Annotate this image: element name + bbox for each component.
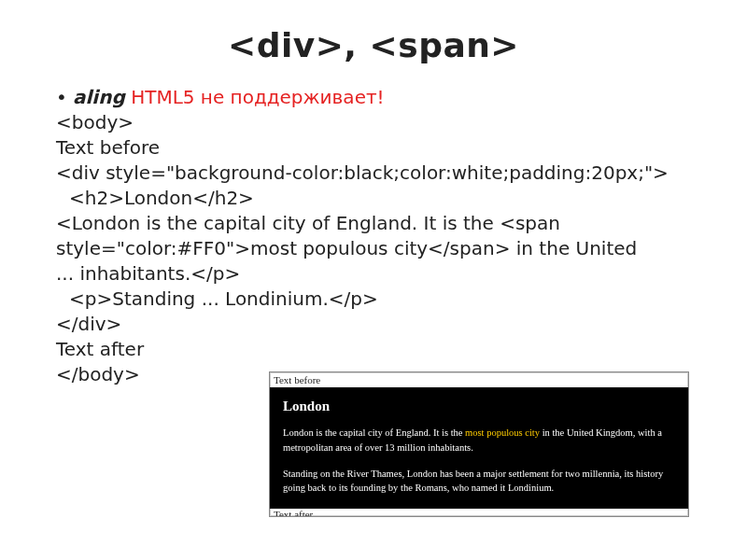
preview-paragraph-2: Standing on the River Thames, London has… <box>283 467 675 497</box>
preview-text-before: Text before <box>270 372 688 387</box>
slide-title: <div>, <span> <box>56 26 691 64</box>
code-line-div-open: <div style="background-color:black;color… <box>56 161 691 186</box>
code-line-text-before: Text before <box>56 135 691 161</box>
bullet-marker: • <box>56 85 73 110</box>
code-line-text-after: Text after <box>56 337 691 362</box>
preview-highlight: most populous city <box>465 427 540 438</box>
preview-heading: London <box>283 399 675 414</box>
code-line-div-close: </div> <box>56 312 691 337</box>
rendered-preview: Text before London London is the capital… <box>269 371 689 517</box>
preview-p1-a: London is the capital city of England. I… <box>283 427 465 438</box>
preview-text-after: Text after <box>270 509 688 516</box>
code-line-h2: <h2>London</h2> <box>56 186 691 211</box>
slide: <div>, <span> • aling HTML5 не поддержив… <box>0 0 747 560</box>
bullet-item: • aling HTML5 не поддерживает! <box>56 85 691 110</box>
code-line-para1a: <London is the capital city of England. … <box>56 211 691 261</box>
code-line-para2: <p>Standing ... Londinium.</p> <box>56 287 691 312</box>
attr-name: aling <box>73 86 125 108</box>
warning-text: HTML5 не поддерживает! <box>131 86 384 108</box>
code-line-para1b: ... inhabitants.</p> <box>56 261 691 287</box>
preview-black-box: London London is the capital city of Eng… <box>270 387 688 509</box>
bullet-text: aling HTML5 не поддерживает! <box>73 85 385 110</box>
slide-content: • aling HTML5 не поддерживает! <body> Te… <box>56 85 691 387</box>
code-line-body-open: <body> <box>56 110 691 135</box>
preview-paragraph-1: London is the capital city of England. I… <box>283 426 675 455</box>
